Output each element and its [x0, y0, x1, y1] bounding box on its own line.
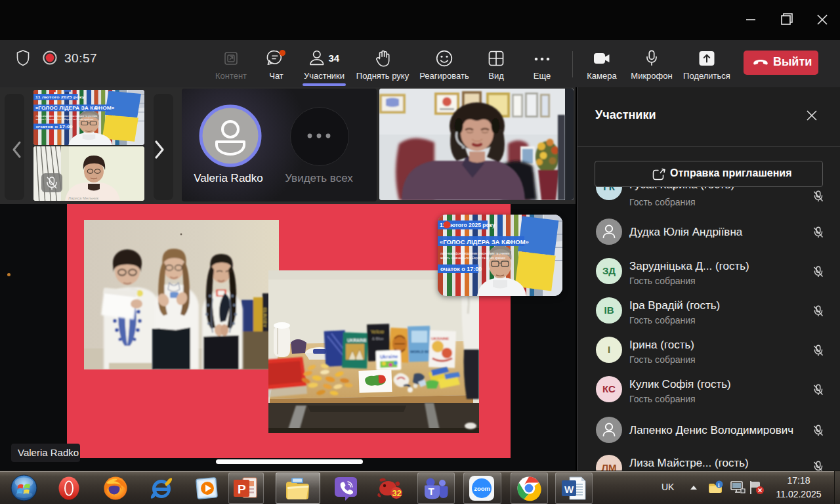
svg-text:очаток о 17:00: очаток о 17:00: [440, 266, 482, 272]
svg-text:лайн-марафон з відомими учасни: лайн-марафон з відомими учасниками та уч…: [440, 251, 510, 255]
svg-text:34: 34: [329, 52, 340, 64]
svg-text:Ukraine: Ukraine: [380, 353, 398, 360]
svg-text:zoom: zoom: [474, 485, 490, 492]
svg-text:Лариса Мельник: Лариса Мельник: [68, 196, 98, 200]
svg-text:& Blue: & Blue: [372, 337, 384, 341]
svg-text:32: 32: [392, 488, 402, 498]
svg-text:W: W: [564, 484, 574, 495]
svg-text:«ГОЛОС ЛІДЕРА ЗА КА: «ГОЛОС ЛІДЕРА ЗА КА: [440, 238, 510, 245]
svg-text:UKRAINE: UKRAINE: [431, 337, 449, 341]
svg-text:T: T: [429, 486, 434, 497]
svg-text:P: P: [238, 482, 246, 496]
svg-text:Yellow: Yellow: [371, 329, 385, 334]
svg-text:живуть і навчаються в Європі т: живуть і навчаються в Європі та інших кр…: [440, 257, 506, 260]
svg-text:UKRAINE: UKRAINE: [347, 338, 367, 343]
svg-text:ELINSEY: ELINSEY: [262, 308, 267, 327]
svg-text:ОНОМ»: ОНОМ»: [506, 238, 529, 245]
